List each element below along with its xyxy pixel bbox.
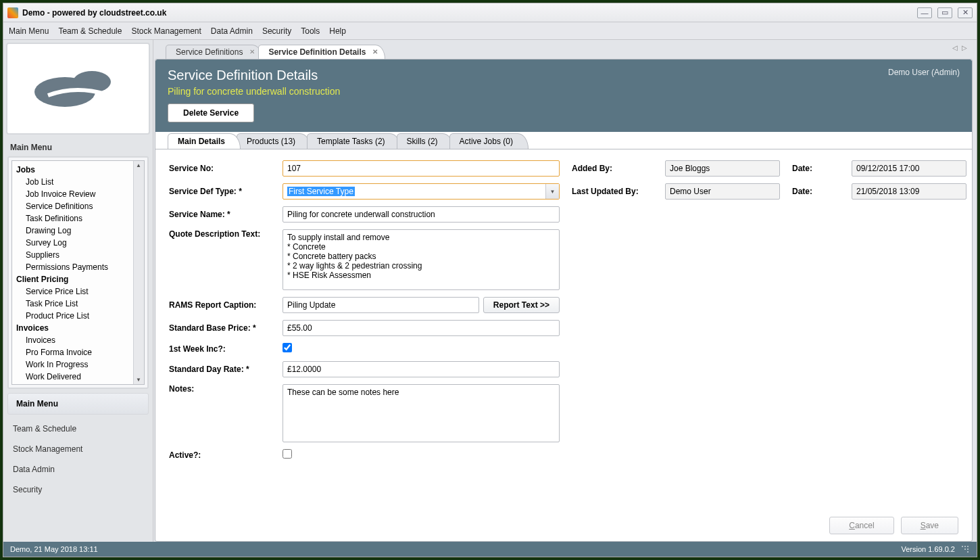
tree-category[interactable]: Jobs	[16, 164, 132, 176]
tree-item[interactable]: Pro Forma Invoice	[16, 346, 132, 358]
label-std-base-price: Standard Base Price: *	[169, 323, 270, 333]
resize-grip-icon[interactable]	[960, 544, 970, 554]
label-notes: Notes:	[169, 384, 270, 394]
service-name-field[interactable]	[283, 206, 560, 223]
label-service-def-type: Service Def Type: *	[169, 187, 270, 196]
document-header: Demo User (Admin) Service Definition Det…	[155, 60, 972, 132]
app-icon	[7, 7, 18, 18]
label-service-no: Service No:	[169, 164, 270, 173]
notes-textarea[interactable]	[283, 384, 560, 442]
doc-tab-service-definition-details[interactable]: Service Definition Details ✕	[258, 45, 385, 59]
label-updated-date: Date:	[792, 187, 839, 196]
tree-item[interactable]: Job Invoice Review	[16, 188, 132, 200]
status-bar: Demo, 21 May 2018 13:11 Version 1.69.0.2	[3, 542, 977, 557]
menu-security[interactable]: Security	[262, 26, 291, 36]
rams-caption-field[interactable]	[283, 297, 479, 313]
sidebar: Main Menu JobsJob ListJob Invoice Review…	[3, 40, 153, 542]
report-text-button[interactable]: Report Text >>	[483, 297, 560, 313]
label-service-name: Service Name: *	[169, 210, 270, 219]
sidebar-section-main-menu[interactable]: Main Menu	[7, 393, 149, 415]
sidebar-link-team-schedule[interactable]: Team & Schedule	[3, 419, 153, 439]
combo-dropdown-icon[interactable]: ▼	[545, 184, 559, 199]
updated-by-field	[665, 183, 780, 200]
menu-help[interactable]: Help	[329, 26, 346, 36]
cloud-logo-icon	[28, 62, 129, 116]
tree-scrollbar[interactable]	[133, 161, 144, 384]
tree-item[interactable]: Permissions Payments	[16, 261, 132, 273]
status-version: Version 1.69.0.2	[901, 545, 955, 553]
logo-box	[6, 43, 150, 135]
save-button[interactable]: Save	[901, 517, 958, 534]
tree-item[interactable]: Service Price List	[16, 285, 132, 298]
tab-products[interactable]: Products (13)	[237, 133, 311, 149]
label-updated-by: Last Updated By:	[572, 187, 653, 196]
label-first-week: 1st Week Inc?:	[169, 344, 270, 354]
sidebar-header: Main Menu	[3, 137, 153, 156]
service-no-field[interactable]	[283, 160, 560, 177]
added-by-field	[665, 160, 780, 177]
menu-team-schedule[interactable]: Team & Schedule	[58, 26, 122, 36]
tree-item[interactable]: Product Price List	[16, 310, 132, 322]
tree-item[interactable]: Drawing Log	[16, 225, 132, 237]
maximize-button[interactable]: ▭	[937, 7, 952, 18]
tree-item[interactable]: Job List	[16, 176, 132, 188]
added-date-field	[852, 160, 966, 177]
first-week-checkbox[interactable]	[283, 343, 292, 352]
label-added-date: Date:	[792, 164, 839, 173]
combo-selected-text: First Service Type	[287, 187, 355, 196]
label-rams-caption: RAMS Report Caption:	[169, 300, 270, 310]
title-bar: Demo - powered by cloudstreet.co.uk — ▭ …	[3, 3, 977, 22]
tab-label: Service Definition Details	[268, 47, 366, 57]
tab-template-tasks[interactable]: Template Tasks (2)	[307, 133, 400, 149]
tab-main-details[interactable]: Main Details	[168, 133, 241, 149]
tree-item[interactable]: Work In Progress	[16, 358, 132, 371]
user-info: Demo User (Admin)	[888, 68, 960, 77]
close-button[interactable]: ✕	[958, 7, 973, 18]
page-subtitle: Piling for concrete underwall constructi…	[168, 86, 960, 97]
tree-item[interactable]: Invoices	[16, 334, 132, 346]
document-tab-row: Service Definitions ✕ Service Definition…	[155, 41, 973, 59]
label-active: Active?:	[169, 450, 270, 460]
tab-prev-icon[interactable]: ◁	[952, 44, 958, 51]
tree-item[interactable]: Suppliers	[16, 249, 132, 261]
tab-label: Service Definitions	[176, 47, 243, 57]
tree-category[interactable]: Invoices	[16, 322, 132, 334]
tab-skills[interactable]: Skills (2)	[397, 133, 454, 149]
tab-close-icon[interactable]: ✕	[372, 48, 378, 55]
std-base-price-field[interactable]	[283, 320, 560, 336]
tree-item[interactable]: Work Delivered	[16, 371, 132, 383]
label-quote-desc: Quote Description Text:	[169, 229, 270, 239]
tree-item[interactable]: Survey Log	[16, 237, 132, 249]
tree-item[interactable]: Task Definitions	[16, 212, 132, 225]
menu-tools[interactable]: Tools	[301, 26, 320, 36]
active-checkbox[interactable]	[283, 449, 292, 459]
tab-next-icon[interactable]: ▷	[962, 44, 967, 51]
nav-tree: JobsJob ListJob Invoice ReviewService De…	[11, 160, 145, 385]
inner-tab-row: Main Details Products (13) Template Task…	[155, 131, 972, 149]
label-added-by: Added By:	[572, 164, 653, 173]
doc-tab-service-definitions[interactable]: Service Definitions ✕	[166, 45, 262, 59]
quote-desc-textarea[interactable]	[283, 229, 560, 290]
menu-stock-management[interactable]: Stock Management	[131, 26, 201, 36]
tree-category[interactable]: Client Pricing	[16, 273, 132, 285]
updated-date-field	[852, 183, 966, 200]
tree-item[interactable]: Service Definitions	[16, 200, 132, 212]
menu-data-admin[interactable]: Data Admin	[211, 26, 253, 36]
sidebar-link-stock-management[interactable]: Stock Management	[3, 439, 153, 459]
delete-service-button[interactable]: Delete Service	[168, 103, 254, 122]
sidebar-link-security[interactable]: Security	[3, 480, 153, 500]
tree-item[interactable]: Task Price List	[16, 298, 132, 310]
tab-close-icon[interactable]: ✕	[249, 48, 255, 55]
menu-bar: Main Menu Team & Schedule Stock Manageme…	[3, 22, 977, 40]
page-title: Service Definition Details	[168, 68, 960, 83]
status-left: Demo, 21 May 2018 13:11	[10, 545, 98, 553]
menu-main[interactable]: Main Menu	[9, 26, 49, 36]
window-title: Demo - powered by cloudstreet.co.uk	[22, 8, 917, 18]
sidebar-link-data-admin[interactable]: Data Admin	[3, 459, 153, 480]
label-std-day-rate: Standard Day Rate: *	[169, 365, 270, 374]
std-day-rate-field[interactable]	[283, 361, 560, 377]
tab-active-jobs[interactable]: Active Jobs (0)	[449, 133, 529, 149]
minimize-button[interactable]: —	[917, 7, 932, 18]
service-def-type-combo[interactable]: First Service Type	[283, 183, 560, 200]
cancel-button[interactable]: Cancel	[829, 517, 893, 534]
